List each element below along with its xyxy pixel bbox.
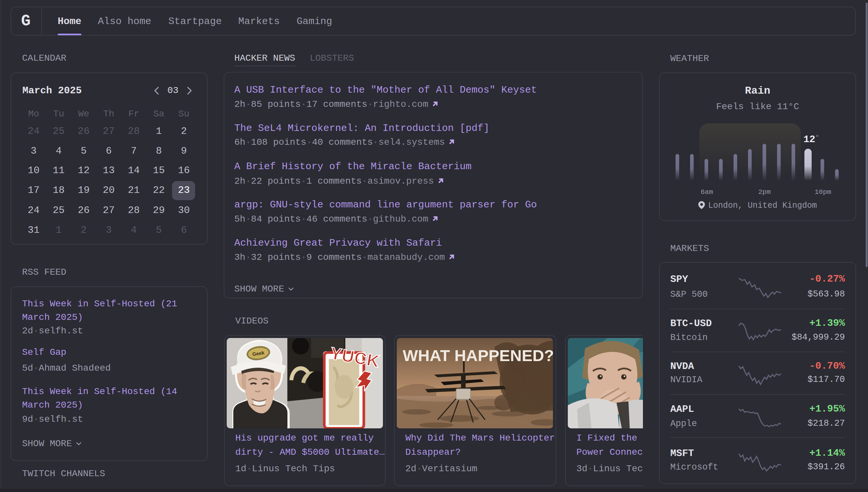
svg-text:WHAT HAPPENED?: WHAT HAPPENED? — [403, 347, 553, 364]
